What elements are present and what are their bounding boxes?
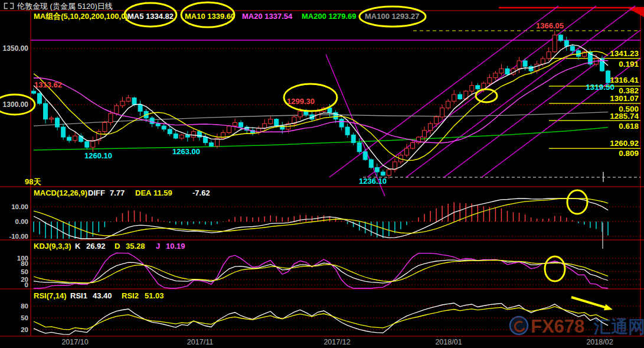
candle <box>115 106 119 113</box>
d-label: D <box>115 242 120 251</box>
svg-text:98天: 98天 <box>25 177 41 186</box>
svg-text:1236.10: 1236.10 <box>359 177 387 186</box>
candle <box>446 101 450 108</box>
svg-text:50: 50 <box>21 268 28 275</box>
candle <box>298 111 302 117</box>
svg-text:0.00: 0.00 <box>15 218 28 225</box>
candle <box>558 35 563 40</box>
candle <box>150 118 154 124</box>
ma100-value: MA100 1293.27 <box>365 12 420 21</box>
title-bar: 伦敦金现 (贵金属 5120)日线 <box>0 0 644 11</box>
candle <box>85 142 89 148</box>
candle <box>174 134 178 138</box>
candle <box>179 135 184 138</box>
svg-text:2017/11: 2017/11 <box>187 338 213 346</box>
svg-text:1301.07: 1301.07 <box>610 94 639 103</box>
link-icon <box>3 2 15 9</box>
highlight-ellipse <box>567 190 587 214</box>
candle <box>168 129 172 134</box>
candle <box>488 77 492 83</box>
candle <box>553 35 557 51</box>
candle <box>523 61 527 67</box>
candle <box>429 123 433 130</box>
candle <box>564 41 568 47</box>
candle <box>120 101 125 106</box>
k-value: 26.92 <box>86 242 106 251</box>
diff-value: 7.77 <box>110 189 125 197</box>
candle <box>162 126 166 129</box>
k-label: K <box>75 242 80 251</box>
candle <box>191 132 195 138</box>
candle <box>505 69 509 74</box>
svg-text:1313.62: 1313.62 <box>34 80 62 89</box>
svg-text:2017/10: 2017/10 <box>61 338 88 346</box>
svg-text:1350.00: 1350.00 <box>3 44 29 53</box>
cursor-lines <box>603 172 603 249</box>
ma-group-label: MA组合(5,10,20,200,100,0) <box>34 12 128 21</box>
macd-gridlines: 10.000.00-10.00 <box>9 203 640 240</box>
frame <box>0 11 644 336</box>
svg-text:FX678: FX678 <box>531 316 584 337</box>
candle <box>274 119 279 126</box>
candle <box>381 172 385 175</box>
candle <box>405 148 409 155</box>
candle <box>345 127 349 135</box>
candle <box>470 86 474 92</box>
macd-name: MACD(12,26,9) <box>34 189 87 197</box>
svg-text:50: 50 <box>21 314 28 321</box>
dea-value: 11.59 <box>153 189 172 197</box>
ma10-value: MA10 1339.60 <box>185 12 235 21</box>
hist-value: -7.62 <box>192 189 210 197</box>
candle <box>50 118 54 119</box>
svg-text:80: 80 <box>21 260 28 267</box>
svg-text:1263.00: 1263.00 <box>172 147 200 156</box>
candle <box>109 113 113 122</box>
candle <box>499 69 504 73</box>
horizontal-feature-lines <box>31 8 644 177</box>
j-label: J <box>156 242 160 251</box>
d-value: 35.28 <box>126 242 145 251</box>
candle <box>458 95 462 99</box>
candle <box>32 91 36 93</box>
svg-text:1366.05: 1366.05 <box>536 21 564 30</box>
candle <box>339 119 344 127</box>
candle <box>132 98 136 105</box>
rsi1-label: RSI1 <box>70 292 87 300</box>
ma100-ma200-lines <box>34 112 608 150</box>
highlight-ellipse <box>545 256 565 281</box>
candle <box>67 137 71 141</box>
highlight-arrow <box>604 304 613 311</box>
svg-text:1260.10: 1260.10 <box>84 151 112 160</box>
rsi1-value: 43.40 <box>93 292 112 300</box>
candle <box>363 152 367 160</box>
candle <box>369 160 373 167</box>
svg-text:80: 80 <box>21 303 28 310</box>
svg-text:1299.30: 1299.30 <box>287 97 315 106</box>
svg-text:1319.50: 1319.50 <box>586 83 614 92</box>
candle <box>476 86 480 89</box>
svg-text:汇通网: 汇通网 <box>593 317 644 336</box>
dea-label: DEA <box>135 189 151 197</box>
candle <box>55 118 60 127</box>
ma-fast-lines <box>34 45 608 170</box>
rsi2-value: 51.03 <box>145 292 164 300</box>
candle <box>440 108 444 117</box>
candle <box>452 95 456 101</box>
ma200-value: MA200 1279.69 <box>302 12 357 21</box>
svg-text:20: 20 <box>21 326 28 333</box>
svg-text:2017/12: 2017/12 <box>323 338 350 346</box>
candle <box>357 143 361 152</box>
candle <box>328 108 332 113</box>
diff-label: DIFF <box>88 189 105 197</box>
candle <box>411 143 415 149</box>
candle <box>423 131 427 137</box>
rsi-name: RSI(7,14) <box>34 292 67 300</box>
window-title: 伦敦金现 (贵金属 5120)日线 <box>17 1 113 12</box>
svg-text:0.191: 0.191 <box>619 60 639 69</box>
candle <box>239 122 243 127</box>
highlight-ellipse <box>476 89 497 102</box>
candle <box>103 122 107 131</box>
j-value: 10.19 <box>166 242 185 251</box>
candle <box>263 123 267 128</box>
candle <box>375 167 379 172</box>
